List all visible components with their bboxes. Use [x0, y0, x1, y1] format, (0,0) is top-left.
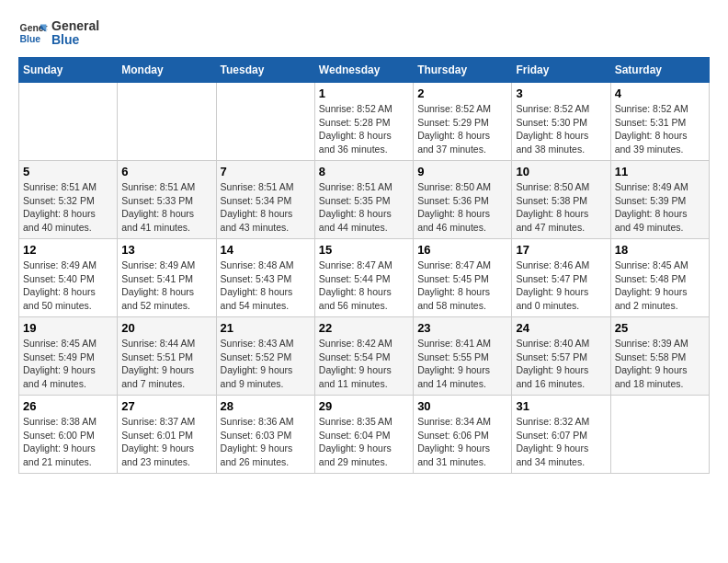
- cell-date: 27: [121, 399, 211, 413]
- calendar-cell: 9Sunrise: 8:50 AM Sunset: 5:36 PM Daylig…: [414, 161, 512, 239]
- calendar-cell: [216, 83, 314, 161]
- calendar-cell: 19Sunrise: 8:45 AM Sunset: 5:49 PM Dayli…: [19, 317, 118, 396]
- cell-info: Sunrise: 8:43 AM Sunset: 5:52 PM Dayligh…: [221, 337, 311, 391]
- calendar-cell: 28Sunrise: 8:36 AM Sunset: 6:03 PM Dayli…: [216, 396, 314, 474]
- calendar-cell: 22Sunrise: 8:42 AM Sunset: 5:54 PM Dayli…: [314, 317, 413, 396]
- cell-date: 14: [221, 243, 311, 257]
- header-day-saturday: Saturday: [610, 58, 709, 83]
- cell-info: Sunrise: 8:46 AM Sunset: 5:47 PM Dayligh…: [516, 259, 606, 313]
- header-day-monday: Monday: [118, 58, 216, 83]
- cell-info: Sunrise: 8:49 AM Sunset: 5:41 PM Dayligh…: [121, 259, 211, 313]
- cell-date: 31: [516, 399, 606, 413]
- calendar-cell: 6Sunrise: 8:51 AM Sunset: 5:33 PM Daylig…: [118, 161, 216, 239]
- calendar-cell: 15Sunrise: 8:47 AM Sunset: 5:44 PM Dayli…: [314, 239, 413, 317]
- cell-date: 20: [121, 321, 211, 335]
- cell-date: 15: [319, 243, 409, 257]
- cell-info: Sunrise: 8:44 AM Sunset: 5:51 PM Dayligh…: [121, 337, 211, 391]
- calendar-body: 1Sunrise: 8:52 AM Sunset: 5:28 PM Daylig…: [19, 83, 710, 474]
- cell-info: Sunrise: 8:40 AM Sunset: 5:57 PM Dayligh…: [516, 337, 606, 391]
- header-day-thursday: Thursday: [414, 58, 512, 83]
- logo-blue-text: Blue: [51, 33, 99, 47]
- cell-info: Sunrise: 8:42 AM Sunset: 5:54 PM Dayligh…: [319, 337, 409, 391]
- cell-date: 30: [417, 399, 507, 413]
- header-day-friday: Friday: [512, 58, 610, 83]
- calendar-cell: 16Sunrise: 8:47 AM Sunset: 5:45 PM Dayli…: [414, 239, 512, 317]
- calendar-cell: [118, 83, 216, 161]
- calendar-cell: 11Sunrise: 8:49 AM Sunset: 5:39 PM Dayli…: [610, 161, 709, 239]
- logo: General Blue General Blue: [18, 18, 99, 48]
- calendar-cell: 17Sunrise: 8:46 AM Sunset: 5:47 PM Dayli…: [512, 239, 610, 317]
- cell-date: 4: [615, 86, 705, 100]
- calendar-cell: 21Sunrise: 8:43 AM Sunset: 5:52 PM Dayli…: [216, 317, 314, 396]
- calendar-table: SundayMondayTuesdayWednesdayThursdayFrid…: [18, 57, 710, 474]
- cell-info: Sunrise: 8:51 AM Sunset: 5:33 PM Dayligh…: [121, 180, 211, 235]
- calendar-cell: 4Sunrise: 8:52 AM Sunset: 5:31 PM Daylig…: [610, 83, 709, 161]
- calendar-cell: 25Sunrise: 8:39 AM Sunset: 5:58 PM Dayli…: [610, 317, 709, 396]
- cell-info: Sunrise: 8:52 AM Sunset: 5:29 PM Dayligh…: [417, 102, 507, 156]
- cell-date: 25: [615, 321, 705, 335]
- calendar-header: SundayMondayTuesdayWednesdayThursdayFrid…: [19, 58, 710, 83]
- cell-date: 7: [221, 165, 311, 178]
- calendar-cell: 30Sunrise: 8:34 AM Sunset: 6:06 PM Dayli…: [414, 396, 512, 474]
- cell-date: 23: [417, 321, 507, 335]
- cell-info: Sunrise: 8:50 AM Sunset: 5:38 PM Dayligh…: [516, 180, 606, 235]
- cell-date: 16: [417, 243, 507, 257]
- cell-date: 17: [516, 243, 606, 257]
- cell-date: 13: [121, 243, 211, 257]
- cell-info: Sunrise: 8:52 AM Sunset: 5:31 PM Dayligh…: [615, 102, 705, 156]
- cell-info: Sunrise: 8:47 AM Sunset: 5:44 PM Dayligh…: [319, 259, 409, 313]
- cell-date: 22: [319, 321, 409, 335]
- calendar-cell: 18Sunrise: 8:45 AM Sunset: 5:48 PM Dayli…: [610, 239, 709, 317]
- cell-info: Sunrise: 8:34 AM Sunset: 6:06 PM Dayligh…: [417, 415, 507, 469]
- calendar-cell: 14Sunrise: 8:48 AM Sunset: 5:43 PM Dayli…: [216, 239, 314, 317]
- cell-date: 11: [615, 165, 705, 178]
- week-row-4: 19Sunrise: 8:45 AM Sunset: 5:49 PM Dayli…: [19, 317, 710, 396]
- header-row: SundayMondayTuesdayWednesdayThursdayFrid…: [19, 58, 710, 83]
- cell-info: Sunrise: 8:51 AM Sunset: 5:32 PM Dayligh…: [23, 180, 113, 235]
- cell-info: Sunrise: 8:51 AM Sunset: 5:35 PM Dayligh…: [319, 180, 409, 235]
- cell-info: Sunrise: 8:39 AM Sunset: 5:58 PM Dayligh…: [615, 337, 705, 391]
- svg-text:Blue: Blue: [20, 34, 41, 44]
- cell-info: Sunrise: 8:37 AM Sunset: 6:01 PM Dayligh…: [121, 415, 211, 469]
- cell-info: Sunrise: 8:47 AM Sunset: 5:45 PM Dayligh…: [417, 259, 507, 313]
- cell-date: 6: [121, 165, 211, 178]
- calendar-cell: 13Sunrise: 8:49 AM Sunset: 5:41 PM Dayli…: [118, 239, 216, 317]
- header-day-wednesday: Wednesday: [314, 58, 413, 83]
- page-header: General Blue General Blue: [18, 18, 710, 48]
- cell-info: Sunrise: 8:50 AM Sunset: 5:36 PM Dayligh…: [417, 180, 507, 235]
- calendar-cell: 8Sunrise: 8:51 AM Sunset: 5:35 PM Daylig…: [314, 161, 413, 239]
- calendar-cell: 29Sunrise: 8:35 AM Sunset: 6:04 PM Dayli…: [314, 396, 413, 474]
- cell-date: 18: [615, 243, 705, 257]
- cell-date: 3: [516, 86, 606, 100]
- cell-info: Sunrise: 8:45 AM Sunset: 5:48 PM Dayligh…: [615, 259, 705, 313]
- calendar-cell: 1Sunrise: 8:52 AM Sunset: 5:28 PM Daylig…: [314, 83, 413, 161]
- calendar-cell: 2Sunrise: 8:52 AM Sunset: 5:29 PM Daylig…: [414, 83, 512, 161]
- cell-date: 12: [23, 243, 113, 257]
- logo-general-text: General: [51, 19, 99, 33]
- cell-info: Sunrise: 8:51 AM Sunset: 5:34 PM Dayligh…: [221, 180, 311, 235]
- cell-date: 2: [417, 86, 507, 100]
- calendar-cell: 20Sunrise: 8:44 AM Sunset: 5:51 PM Dayli…: [118, 317, 216, 396]
- header-day-sunday: Sunday: [19, 58, 118, 83]
- week-row-3: 12Sunrise: 8:49 AM Sunset: 5:40 PM Dayli…: [19, 239, 710, 317]
- cell-date: 19: [23, 321, 113, 335]
- calendar-cell: 24Sunrise: 8:40 AM Sunset: 5:57 PM Dayli…: [512, 317, 610, 396]
- cell-info: Sunrise: 8:48 AM Sunset: 5:43 PM Dayligh…: [221, 259, 311, 313]
- calendar-cell: [610, 396, 709, 474]
- cell-info: Sunrise: 8:52 AM Sunset: 5:28 PM Dayligh…: [319, 102, 409, 156]
- calendar-cell: 26Sunrise: 8:38 AM Sunset: 6:00 PM Dayli…: [19, 396, 118, 474]
- calendar-cell: 12Sunrise: 8:49 AM Sunset: 5:40 PM Dayli…: [19, 239, 118, 317]
- cell-info: Sunrise: 8:45 AM Sunset: 5:49 PM Dayligh…: [23, 337, 113, 391]
- calendar-cell: 3Sunrise: 8:52 AM Sunset: 5:30 PM Daylig…: [512, 83, 610, 161]
- cell-info: Sunrise: 8:49 AM Sunset: 5:39 PM Dayligh…: [615, 180, 705, 235]
- cell-date: 5: [23, 165, 113, 178]
- cell-info: Sunrise: 8:32 AM Sunset: 6:07 PM Dayligh…: [516, 415, 606, 469]
- calendar-cell: 31Sunrise: 8:32 AM Sunset: 6:07 PM Dayli…: [512, 396, 610, 474]
- cell-info: Sunrise: 8:35 AM Sunset: 6:04 PM Dayligh…: [319, 415, 409, 469]
- cell-date: 10: [516, 165, 606, 178]
- week-row-5: 26Sunrise: 8:38 AM Sunset: 6:00 PM Dayli…: [19, 396, 710, 474]
- cell-info: Sunrise: 8:38 AM Sunset: 6:00 PM Dayligh…: [23, 415, 113, 469]
- cell-info: Sunrise: 8:41 AM Sunset: 5:55 PM Dayligh…: [417, 337, 507, 391]
- cell-date: 24: [516, 321, 606, 335]
- calendar-cell: 10Sunrise: 8:50 AM Sunset: 5:38 PM Dayli…: [512, 161, 610, 239]
